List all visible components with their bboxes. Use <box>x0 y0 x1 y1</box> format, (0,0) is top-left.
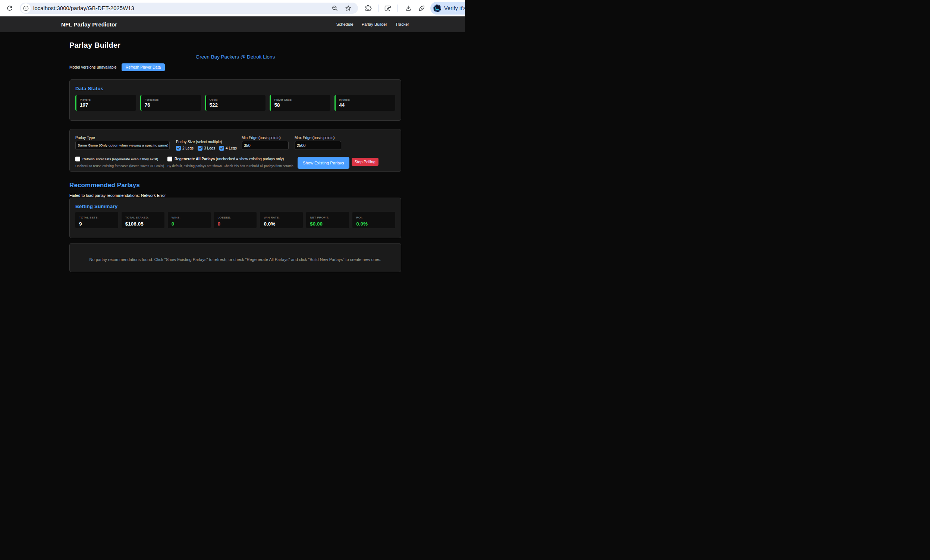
data-status-heading: Data Status <box>75 86 395 91</box>
stat-label: WIN RATE: <box>263 216 300 219</box>
stat-label: Players: <box>80 98 133 102</box>
checkbox-3-legs[interactable] <box>198 146 202 151</box>
regenerate-hint: By default, existing parlays are shown. … <box>168 164 297 168</box>
stat-value: 44 <box>339 102 392 108</box>
recommended-parlays-heading: Recommended Parlays <box>69 182 401 189</box>
stat-label: LOSSES: <box>218 216 254 219</box>
stat-value: 0.0% <box>356 221 392 227</box>
min-edge-input[interactable] <box>242 141 289 150</box>
parlay-type-select[interactable]: Same Game (Only option when viewing a sp… <box>75 141 170 150</box>
stat-value: 0 <box>171 221 208 227</box>
address-bar[interactable]: localhost:3000/parlay/GB-DET-2025W13 <box>20 3 358 14</box>
stat-box-players: Players: 197 <box>75 95 136 111</box>
toolbar-separator <box>378 5 379 12</box>
empty-parlays-card: No parlay recommendations found. Click "… <box>69 243 401 272</box>
regenerate-group: Regenerate All Parlays (unchecked = show… <box>168 157 297 168</box>
stop-polling-button[interactable]: Stop Polling <box>352 158 379 166</box>
stat-box-losses: LOSSES: 0 <box>214 212 257 228</box>
stat-label: Odds: <box>209 98 263 102</box>
nav-link-schedule[interactable]: Schedule <box>336 22 354 26</box>
stat-box-odds: Odds: 522 <box>205 95 266 111</box>
profile-chip[interactable]: Verify it's <box>430 2 465 15</box>
recommendations-error-text: Failed to load parlay recommendations: N… <box>69 193 401 198</box>
zoom-out-icon[interactable] <box>331 5 339 12</box>
refresh-forecasts-checkbox[interactable] <box>75 157 80 162</box>
stat-label: Injuries: <box>339 98 392 102</box>
bookmark-star-icon[interactable] <box>345 5 352 12</box>
max-edge-input[interactable] <box>294 141 341 150</box>
browser-toolbar: localhost:3000/parlay/GB-DET-2025W13 Ver… <box>0 0 465 16</box>
min-edge-label: Min Edge (basis points) <box>242 136 289 140</box>
profile-avatar-icon <box>433 5 441 12</box>
screen-search-icon[interactable] <box>384 5 391 12</box>
checkbox-label: 3 Legs <box>204 146 215 150</box>
stat-label: WINS: <box>171 216 208 219</box>
refresh-forecasts-label: Refresh Forecasts (regenerate even if th… <box>82 157 158 161</box>
download-icon[interactable] <box>405 5 412 12</box>
stat-box-total-staked: TOTAL STAKED: $106.05 <box>122 212 165 228</box>
regenerate-checkbox[interactable] <box>168 157 172 162</box>
reload-icon[interactable] <box>6 5 14 12</box>
stat-label: Forecasts: <box>145 98 198 102</box>
page-info-icon[interactable] <box>21 3 31 13</box>
stat-label: TOTAL STAKED: <box>125 216 162 219</box>
energy-saver-leaf-icon[interactable] <box>418 5 425 12</box>
parlay-size-field: Parlay Size (select multiple) 2 Legs 3 L… <box>176 140 235 151</box>
controls-row: Parlay Type Same Game (Only option when … <box>75 136 395 150</box>
betting-summary-heading: Betting Summary <box>75 203 395 209</box>
parlay-size-options: 2 Legs 3 Legs 4 Legs <box>176 145 235 151</box>
url-text[interactable]: localhost:3000/parlay/GB-DET-2025W13 <box>33 3 134 14</box>
betting-summary-grid: TOTAL BETS: 9 TOTAL STAKED: $106.05 WINS… <box>75 212 395 228</box>
game-link[interactable]: Green Bay Packers @ Detroit Lions <box>196 54 275 60</box>
stat-box-forecasts: Forecasts: 76 <box>140 95 201 111</box>
model-status-row: Model versions unavailable Refresh Playe… <box>69 63 401 71</box>
empty-parlays-message: No parlay recommendations found. Click "… <box>78 257 393 262</box>
checkbox-4-legs[interactable] <box>219 146 224 151</box>
stat-box-total-bets: TOTAL BETS: 9 <box>75 212 118 228</box>
game-link-row: Green Bay Packers @ Detroit Lions <box>69 53 401 60</box>
stat-box-roi: ROI: 0.0% <box>353 212 395 228</box>
stat-value: 58 <box>274 102 327 108</box>
options-row: Refresh Forecasts (regenerate even if th… <box>75 157 395 169</box>
site-header: NFL Parlay Predictor Schedule Parlay Bui… <box>0 16 465 32</box>
stat-value: $0.00 <box>310 221 346 227</box>
stat-value: 522 <box>209 102 263 108</box>
stat-box-win-rate: WIN RATE: 0.0% <box>260 212 303 228</box>
refresh-forecasts-hint: Uncheck to reuse existing forecasts (fas… <box>75 164 168 168</box>
stat-value: $106.05 <box>125 221 162 227</box>
stat-value: 0.0% <box>263 221 300 227</box>
extensions-puzzle-icon[interactable] <box>365 5 372 12</box>
data-status-grid: Players: 197 Forecasts: 76 Odds: 522 Pla… <box>75 95 395 111</box>
model-status-text: Model versions unavailable <box>69 65 117 69</box>
stat-value: 9 <box>79 221 115 227</box>
stat-value: 76 <box>145 102 198 108</box>
main-content: Parlay Builder Green Bay Packers @ Detro… <box>69 41 401 272</box>
checkbox-label: 4 Legs <box>226 146 237 150</box>
stat-label: TOTAL BETS: <box>79 216 115 219</box>
nav-links: Schedule Parlay Builder Tracker <box>336 22 409 26</box>
max-edge-label: Max Edge (basis points) <box>294 136 341 140</box>
parlay-type-field: Parlay Type Same Game (Only option when … <box>75 136 170 150</box>
stat-label: ROI: <box>356 216 392 219</box>
min-edge-field: Min Edge (basis points) <box>242 136 289 150</box>
parlay-type-label: Parlay Type <box>75 136 170 140</box>
parlay-size-label: Parlay Size (select multiple) <box>176 140 235 144</box>
stat-value: 0 <box>218 221 254 227</box>
brand-title: NFL Parlay Predictor <box>61 21 117 28</box>
checkbox-label: 2 Legs <box>182 146 194 150</box>
nav-link-tracker[interactable]: Tracker <box>395 22 409 26</box>
form-buttons: Show Existing Parlays Stop Polling <box>297 157 379 169</box>
refresh-player-data-button[interactable]: Refresh Player Data <box>122 63 165 71</box>
nav-link-parlay-builder[interactable]: Parlay Builder <box>362 22 387 26</box>
checkbox-2-legs[interactable] <box>176 146 181 151</box>
stat-box-player-stats: Player Stats: 58 <box>269 95 330 111</box>
regenerate-label: Regenerate All Parlays (unchecked = show… <box>174 157 284 161</box>
stat-box-wins: WINS: 0 <box>168 212 211 228</box>
stat-label: Player Stats: <box>274 98 327 102</box>
toolbar-separator <box>397 5 398 12</box>
page-title: Parlay Builder <box>69 41 401 49</box>
stat-box-net-profit: NET PROFIT: $0.00 <box>306 212 349 228</box>
betting-summary-card: Betting Summary TOTAL BETS: 9 TOTAL STAK… <box>69 198 401 238</box>
profile-label: Verify it's <box>444 5 465 11</box>
show-existing-parlays-button[interactable]: Show Existing Parlays <box>297 157 350 169</box>
